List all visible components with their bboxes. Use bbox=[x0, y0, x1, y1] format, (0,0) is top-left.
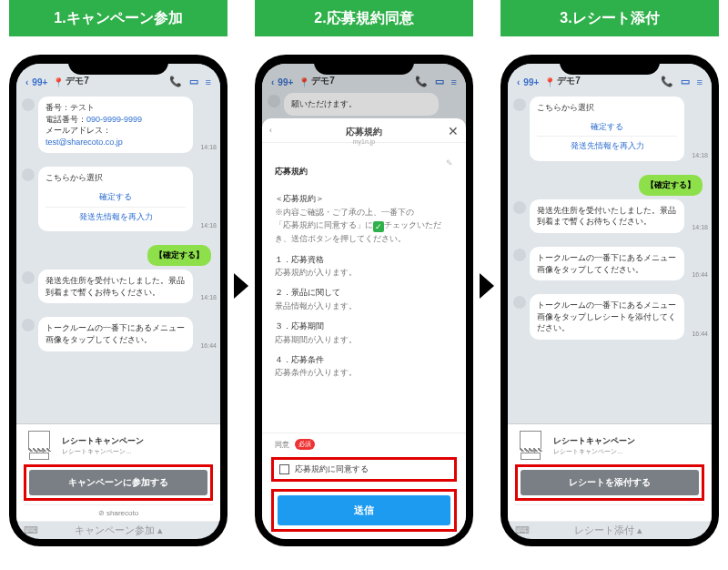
timestamp: 16:44 bbox=[692, 271, 708, 278]
submit-button[interactable]: 送信 bbox=[278, 495, 450, 525]
value: テスト bbox=[70, 103, 95, 112]
label: メールアドレス： bbox=[46, 126, 111, 135]
msg-bubble: 発送先住所を受付いたしました。景品到着まで暫くお待ちください。 bbox=[38, 270, 193, 303]
campaign-sub: レシートキャンペーン… bbox=[62, 447, 213, 456]
label: 番号： bbox=[46, 103, 70, 112]
term-body: 応募条件が入ります。 bbox=[275, 366, 453, 379]
phone-frame-1: ‹ 99+ 📍 デモ7 📞 ▭ ≡ 番号：テスト 電話番号：090-9999-9… bbox=[9, 55, 228, 546]
chat-body[interactable]: こちらから選択 確定する 発送先情報を再入力 14:18 【確定する】 発送先住… bbox=[508, 89, 712, 423]
info-bubble: 番号：テスト 電話番号：090-9999-9999 メールアドレス： test@… bbox=[38, 97, 193, 153]
select-head: こちらから選択 bbox=[46, 172, 186, 184]
chat-title: デモ7 bbox=[66, 75, 89, 87]
campaign-title: レシートキャンペーン bbox=[62, 435, 213, 447]
modal-body[interactable]: ✎ 応募規約 ＜応募規約＞ ※内容ご確認・ご了承の上、一番下の 「応募規約に同意… bbox=[262, 143, 466, 433]
option-confirm[interactable]: 確定する bbox=[537, 117, 677, 137]
msg-bubble: トークルームの一番下にあるメニュー画像をタップしレシートを添付してください。 bbox=[530, 294, 684, 340]
term-head: １．応募資格 bbox=[275, 253, 453, 266]
select-bubble: こちらから選択 確定する 発送先情報を再入力 bbox=[530, 97, 684, 161]
chat-title: デモ7 bbox=[557, 75, 581, 87]
option-confirm[interactable]: 確定する bbox=[46, 188, 186, 207]
step-header-3: 3.レシート添付 bbox=[500, 0, 719, 36]
unread-badge: 99+ bbox=[523, 77, 539, 87]
modal-header: ‹ 応募規約 my1n.jp ✕ bbox=[262, 118, 466, 143]
terms-intro: ※内容ご確認・ご了承の上、一番下の 「応募規約に同意する」に✓チェックいただき、… bbox=[275, 206, 453, 246]
msg-bubble: 発送先住所を受付いたしました。景品到着まで暫くお待ちください。 bbox=[530, 199, 684, 233]
section-title: 応募規約 bbox=[275, 165, 453, 178]
msg-bubble: トークルームの一番下にあるメニュー画像をタップしてください。 bbox=[530, 247, 684, 280]
step-header-1: 1.キャンペーン参加 bbox=[9, 0, 228, 36]
call-icon[interactable]: 📞 bbox=[661, 76, 673, 87]
terms-heading: ＜応募規約＞ bbox=[275, 192, 453, 205]
notch bbox=[314, 55, 414, 75]
provider-label: ⊘ sharecoto bbox=[24, 504, 213, 519]
modal-title: 応募規約 bbox=[346, 126, 382, 138]
option-reenter[interactable]: 発送先情報を再入力 bbox=[537, 136, 677, 156]
term-head: ３．応募期間 bbox=[275, 320, 453, 332]
select-bubble: こちらから選択 確定する 発送先情報を再入力 bbox=[38, 167, 193, 231]
menu-toggle[interactable]: ⌨ レシート添付 ▴ bbox=[508, 521, 712, 539]
notch bbox=[68, 55, 168, 75]
highlight-box: 送信 bbox=[271, 489, 457, 532]
menu-toggle[interactable]: ⌨ キャンペーン参加 ▴ bbox=[16, 521, 220, 539]
timestamp: 16:44 bbox=[692, 331, 708, 337]
call-icon[interactable]: 📞 bbox=[169, 76, 182, 87]
note-icon[interactable]: ▭ bbox=[681, 76, 690, 87]
campaign-sub: レシートキャンペーン… bbox=[553, 447, 704, 456]
term-head: ２．景品に関して bbox=[275, 286, 453, 299]
timestamp: 16:44 bbox=[200, 342, 217, 349]
pencil-icon[interactable]: ✎ bbox=[446, 157, 453, 169]
chat-body[interactable]: 番号：テスト 電話番号：090-9999-9999 メールアドレス： test@… bbox=[16, 89, 220, 423]
back-icon[interactable]: ‹ bbox=[517, 77, 520, 87]
receipt-icon bbox=[515, 430, 546, 461]
step-header-2: 2.応募規約同意 bbox=[255, 0, 473, 36]
agree-checkbox[interactable] bbox=[279, 464, 289, 474]
note-icon[interactable]: ▭ bbox=[189, 76, 198, 87]
modal-back-icon[interactable]: ‹ bbox=[269, 126, 272, 135]
phone-link[interactable]: 090-9999-9999 bbox=[86, 115, 142, 124]
menu-icon[interactable]: ≡ bbox=[697, 76, 703, 87]
arrow-icon bbox=[234, 273, 248, 299]
arrow-icon bbox=[480, 273, 494, 299]
menu-icon[interactable]: ≡ bbox=[206, 76, 211, 87]
highlight-box: 応募規約に同意する bbox=[271, 457, 457, 482]
highlight-box: レシートを添付する bbox=[515, 464, 704, 501]
close-icon[interactable]: ✕ bbox=[448, 124, 459, 138]
rich-menu: レシートキャンペーン レシートキャンペーン… レシートを添付する bbox=[508, 423, 712, 521]
highlight-box: キャンペーンに参加する bbox=[24, 464, 213, 501]
option-reenter[interactable]: 発送先情報を再入力 bbox=[46, 207, 186, 227]
phone-frame-3: ‹ 99+ 📍 デモ7 📞 ▭ ≡ こちらから選択 確定する 発送先情報を再入力… bbox=[500, 55, 719, 546]
attach-receipt-button[interactable]: レシートを添付する bbox=[521, 470, 699, 495]
join-campaign-button[interactable]: キャンペーンに参加する bbox=[29, 470, 207, 495]
timestamp: 14:18 bbox=[200, 144, 217, 150]
back-icon[interactable]: ‹ bbox=[25, 77, 28, 87]
term-head: ４．応募条件 bbox=[275, 353, 453, 366]
label: 電話番号： bbox=[46, 115, 86, 124]
campaign-footer bbox=[515, 504, 704, 519]
term-body: 応募期間が入ります。 bbox=[275, 333, 453, 346]
user-message: 【確定する】 bbox=[147, 245, 211, 266]
email-link[interactable]: test@sharecoto.co.jp bbox=[46, 137, 123, 147]
timestamp: 14:18 bbox=[692, 224, 708, 230]
screen-3: ‹ 99+ 📍 デモ7 📞 ▭ ≡ こちらから選択 確定する 発送先情報を再入力… bbox=[508, 64, 712, 539]
agree-label: 同意 bbox=[275, 440, 289, 450]
term-body: 景品情報が入ります。 bbox=[275, 300, 453, 312]
rich-menu: レシートキャンペーン レシートキャンペーン… キャンペーンに参加する ⊘ sha… bbox=[16, 423, 220, 521]
timestamp: 14:18 bbox=[692, 152, 708, 158]
timestamp: 14:18 bbox=[200, 222, 217, 229]
receipt-icon bbox=[24, 430, 55, 461]
unread-badge: 99+ bbox=[32, 77, 47, 87]
select-head: こちらから選択 bbox=[537, 102, 677, 114]
term-body: 応募規約が入ります。 bbox=[275, 266, 453, 279]
campaign-title: レシートキャンペーン bbox=[553, 435, 704, 447]
required-badge: 必須 bbox=[295, 439, 315, 450]
agree-text[interactable]: 応募規約に同意する bbox=[295, 463, 369, 475]
msg-bubble: トークルームの一番下にあるメニュー画像をタップしてください。 bbox=[38, 317, 193, 351]
screen-1: ‹ 99+ 📍 デモ7 📞 ▭ ≡ 番号：テスト 電話番号：090-9999-9… bbox=[16, 64, 220, 539]
pin-icon: 📍 bbox=[544, 77, 555, 87]
agree-label-row: 同意 必須 bbox=[262, 433, 466, 455]
timestamp: 14:18 bbox=[200, 294, 217, 300]
phone-frame-2: ‹ 99+ 📍 デモ7 📞 ▭ ≡ 願いただけます。 🎁 レシートキャンペーン（… bbox=[255, 55, 473, 546]
notch bbox=[560, 55, 660, 75]
check-icon: ✓ bbox=[373, 221, 384, 232]
modal-domain: my1n.jp bbox=[353, 138, 376, 145]
